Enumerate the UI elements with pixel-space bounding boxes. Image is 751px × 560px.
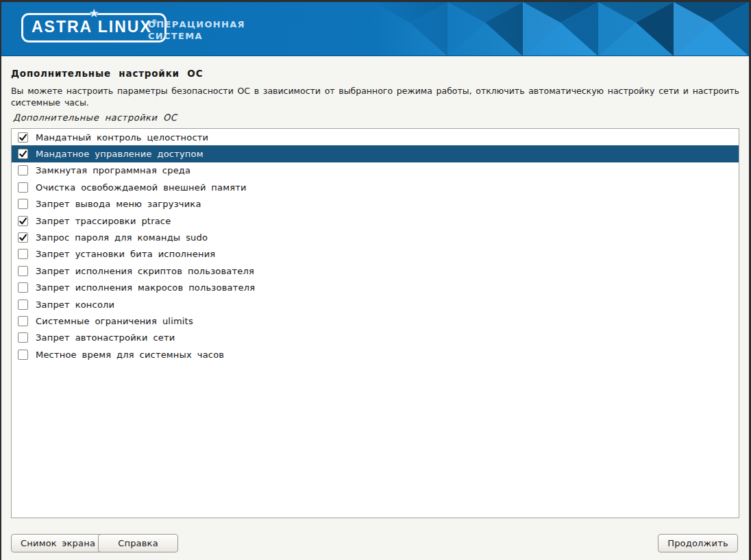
option-row[interactable]: Запрет вывода меню загрузчика (12, 196, 739, 212)
brand-line-2: СИСТЕМА (148, 30, 245, 42)
checkmark-icon (19, 233, 27, 242)
checkbox-icon[interactable] (18, 182, 28, 193)
description-line: Вы можете настроить параметры безопаснос… (11, 85, 739, 97)
option-row[interactable]: Запрет установки бита исполнения (12, 246, 739, 263)
option-label: Запрет вывода меню загрузчика (36, 199, 201, 209)
option-label: Запрет консоли (36, 300, 114, 310)
option-row[interactable]: Мандатное управление доступом (12, 145, 739, 162)
option-row[interactable]: Запрет консоли (12, 296, 739, 313)
option-label: Очистка освобождаемой внешней памяти (36, 182, 247, 193)
context-label: Дополнительные настройки ОС (13, 112, 739, 123)
installer-header: ★ ASTRA LINUX® ОПЕРАЦИОННАЯ СИСТЕМА (1, 2, 749, 56)
option-label: Запрет исполнения скриптов пользователя (36, 266, 254, 276)
checkbox-icon[interactable] (18, 232, 28, 243)
checkbox-icon[interactable] (18, 300, 28, 310)
option-row[interactable]: Местное время для системных часов (12, 346, 739, 363)
brand-text: ОПЕРАЦИОННАЯ СИСТЕМА (148, 19, 245, 42)
logo-text: ASTRA LINUX® (32, 18, 156, 36)
options-listbox: Мандатный контроль целостности Мандатное… (11, 128, 739, 518)
checkbox-icon[interactable] (18, 316, 28, 326)
checkbox-icon[interactable] (18, 350, 28, 360)
checkbox-icon[interactable] (18, 249, 28, 259)
checkbox-icon[interactable] (18, 332, 28, 343)
continue-button[interactable]: Продолжить (658, 534, 738, 552)
checkbox-icon[interactable] (18, 149, 28, 159)
option-row[interactable]: Замкнутая программная среда (12, 162, 739, 179)
option-row[interactable]: Запрет исполнения макросов пользователя (12, 280, 739, 296)
checkmark-icon (19, 149, 27, 158)
checkbox-icon[interactable] (18, 282, 28, 293)
option-row[interactable]: Мандатный контроль целостности (12, 129, 739, 145)
checkbox-icon[interactable] (18, 132, 28, 143)
checkbox-icon[interactable] (18, 199, 28, 209)
option-label: Системные ограничения ulimits (36, 316, 193, 326)
option-label: Замкнутая программная среда (36, 165, 190, 175)
option-row[interactable]: Запрет трассировки ptrace (12, 212, 739, 229)
checkbox-icon[interactable] (18, 216, 28, 226)
option-label: Мандатный контроль целостности (36, 132, 208, 143)
option-label: Запрет автонастройки сети (36, 332, 175, 343)
option-row[interactable]: Системные ограничения ulimits (12, 313, 739, 329)
screenshot-button[interactable]: Снимок экрана (11, 534, 105, 552)
option-row[interactable]: Очистка освобождаемой внешней памяти (12, 179, 739, 195)
checkbox-icon[interactable] (18, 266, 28, 276)
page-title: Дополнительные настройки ОС (11, 68, 739, 79)
option-label: Мандатное управление доступом (36, 149, 204, 159)
brand-line-1: ОПЕРАЦИОННАЯ (148, 19, 245, 30)
option-label: Местное время для системных часов (36, 350, 224, 360)
option-row[interactable]: Запрет исполнения скриптов пользователя (12, 263, 739, 279)
option-row[interactable]: Запрос пароля для команды sudo (12, 229, 739, 245)
checkmark-icon (19, 133, 27, 142)
option-label: Запрет трассировки ptrace (36, 216, 171, 226)
description-line: системные часы. (11, 97, 739, 108)
option-label: Запрет исполнения макросов пользователя (36, 282, 255, 293)
option-row[interactable]: Запрет автонастройки сети (12, 330, 739, 346)
header-pattern (372, 2, 749, 56)
checkmark-icon (19, 217, 27, 226)
option-label: Запрет установки бита исполнения (36, 249, 215, 259)
option-label: Запрос пароля для команды sudo (36, 232, 208, 243)
checkbox-icon[interactable] (18, 165, 28, 175)
window-frame: ★ ASTRA LINUX® ОПЕРАЦИОННАЯ СИСТЕМА Допо… (0, 0, 751, 560)
star-icon: ★ (89, 6, 99, 20)
astra-linux-logo: ★ ASTRA LINUX® (21, 13, 167, 42)
page-description: Вы можете настроить параметры безопаснос… (11, 85, 739, 108)
help-button[interactable]: Справка (98, 534, 178, 552)
